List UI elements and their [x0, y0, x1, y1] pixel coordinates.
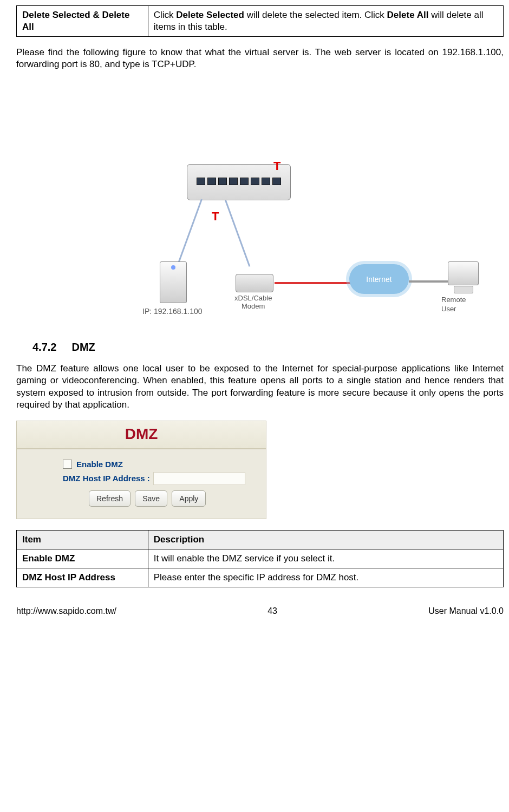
col-header-item: Item [17, 530, 148, 549]
delete-desc-cell: Click Delete Selected will delete the se… [148, 6, 503, 37]
save-button[interactable]: Save [135, 490, 167, 507]
enable-dmz-checkbox[interactable] [63, 460, 72, 469]
dmz-host-ip-label: DMZ Host IP Address : [63, 473, 150, 484]
paragraph-virtual-server: Please find the following figure to know… [16, 47, 504, 70]
item-cell: Enable DMZ [17, 549, 148, 568]
page-footer: http://www.sapido.com.tw/ 43 User Manual… [16, 606, 504, 617]
text: Delete All [387, 10, 429, 20]
apply-button[interactable]: Apply [172, 490, 206, 507]
table-row: DMZ Host IP Address Please enter the spe… [17, 568, 504, 587]
section-number: 4.7.2 [32, 341, 56, 353]
network-diagram: T T IP: 192.168.1.100 xDSL/Cable Modem I… [62, 80, 458, 329]
footer-url: http://www.sapido.com.tw/ [16, 606, 116, 617]
table-row: Enable DMZ It will enable the DMZ servic… [17, 549, 504, 568]
server-icon [160, 261, 187, 303]
delete-label-cell: Delete Selected & Delete All [17, 6, 148, 37]
cable-icon [225, 200, 250, 267]
footer-page-number: 43 [267, 606, 277, 617]
remote-pc-icon [448, 261, 479, 285]
cable-icon [409, 280, 449, 283]
dmz-host-ip-input[interactable] [153, 472, 245, 485]
marker-icon: T [212, 209, 219, 225]
delete-table: Delete Selected & Delete All Click Delet… [16, 5, 504, 37]
modem-icon [236, 274, 273, 292]
col-header-description: Description [148, 530, 503, 549]
modem-label: xDSL/Cable Modem [234, 294, 272, 311]
desc-cell: Please enter the specific IP address for… [148, 568, 503, 587]
router-ports [197, 178, 281, 185]
footer-version: User Manual v1.0.0 [428, 606, 504, 617]
dmz-panel-title: DMZ [17, 421, 266, 449]
text: Delete Selected [176, 10, 244, 20]
paragraph-dmz: The DMZ feature allows one local user to… [16, 363, 504, 410]
dmz-settings-panel: DMZ Enable DMZ DMZ Host IP Address : Ref… [16, 421, 266, 519]
cable-icon [275, 282, 356, 284]
internet-cloud-icon: Internet [349, 264, 409, 294]
section-title: DMZ [71, 341, 95, 353]
desc-cell: It will enable the DMZ service if you se… [148, 549, 503, 568]
section-heading-dmz: 4.7.2DMZ [32, 340, 504, 354]
remote-user-label: Remote User [441, 296, 466, 314]
text: will delete the selected item. Click [244, 10, 387, 20]
refresh-button[interactable]: Refresh [89, 490, 130, 507]
enable-dmz-label: Enable DMZ [76, 459, 123, 470]
server-ip-label: IP: 192.168.1.100 [142, 306, 203, 316]
cable-icon [175, 199, 203, 271]
text: Click [154, 10, 177, 20]
dmz-description-table: Item Description Enable DMZ It will enab… [16, 530, 504, 587]
marker-icon: T [273, 159, 280, 174]
item-cell: DMZ Host IP Address [17, 568, 148, 587]
